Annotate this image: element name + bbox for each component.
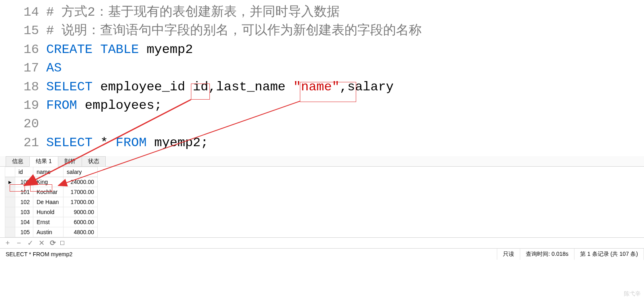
code-content[interactable] — [46, 115, 644, 133]
code-line[interactable]: 19FROM employees; — [0, 96, 644, 115]
cell[interactable]: 17000.00 — [64, 197, 98, 207]
stop-icon[interactable] — [60, 241, 64, 245]
status-sql: SELECT * FROM myemp2 — [0, 249, 497, 260]
tab-剖析[interactable]: 剖析 — [58, 156, 82, 166]
code-content[interactable]: CREATE TABLE myemp2 — [46, 41, 644, 59]
table-row[interactable]: ▶100King24000.00 — [5, 177, 98, 187]
code-content[interactable]: # 说明：查询语句中字段的别名，可以作为新创建表的字段的名称 — [46, 22, 644, 40]
line-number: 16 — [0, 41, 46, 59]
code-content[interactable]: FROM employees; — [46, 96, 644, 115]
cell[interactable]: 24000.00 — [64, 177, 98, 187]
table-row[interactable]: 103Hunold9000.00 — [5, 207, 98, 217]
cell[interactable]: 17000.00 — [64, 187, 98, 197]
cell[interactable]: 9000.00 — [64, 207, 98, 217]
tab-状态[interactable]: 状态 — [82, 156, 106, 166]
cell[interactable]: 105 — [15, 227, 33, 237]
cell[interactable]: Ernst — [33, 217, 64, 227]
status-readonly: 只读 — [497, 249, 520, 260]
cell[interactable]: 102 — [15, 197, 33, 207]
cell[interactable]: 104 — [15, 217, 33, 227]
cell[interactable]: 6000.00 — [64, 217, 98, 227]
code-content[interactable]: AS — [46, 59, 644, 78]
tab-信息[interactable]: 信息 — [6, 156, 30, 166]
row-selector[interactable] — [5, 207, 15, 217]
code-content[interactable]: SELECT * FROM myemp2; — [46, 134, 644, 152]
grid-toolbar: + − ✓ ✕ ⟳ — [0, 237, 644, 249]
column-header-salary[interactable]: salary — [64, 167, 98, 177]
code-content[interactable]: # 方式2：基于现有的表创建新表，并同时导入数据 — [46, 3, 644, 22]
line-number: 17 — [0, 59, 46, 78]
row-selector[interactable] — [5, 187, 15, 197]
add-row-button[interactable]: + — [4, 239, 11, 247]
cell[interactable]: Austin — [33, 227, 64, 237]
column-header-id[interactable]: id — [15, 167, 33, 177]
sql-editor[interactable]: 14# 方式2：基于现有的表创建新表，并同时导入数据15# 说明：查询语句中字段… — [0, 0, 644, 152]
table-row[interactable]: 101Kochhar17000.00 — [5, 187, 98, 197]
code-line[interactable]: 20 — [0, 115, 644, 133]
line-number: 19 — [0, 96, 46, 115]
code-line[interactable]: 14# 方式2：基于现有的表创建新表，并同时导入数据 — [0, 3, 644, 22]
code-content[interactable]: SELECT employee_id id,last_name "name",s… — [46, 78, 644, 96]
watermark: 陈弋辛 — [624, 290, 641, 298]
line-number: 14 — [0, 3, 46, 22]
code-line[interactable]: 17AS — [0, 59, 644, 78]
status-querytime: 查询时间: 0.018s — [520, 249, 574, 260]
result-grid[interactable]: idnamesalary▶100King24000.00101Kochhar17… — [5, 167, 98, 237]
line-number: 15 — [0, 22, 46, 40]
table-row[interactable]: 104Ernst6000.00 — [5, 217, 98, 227]
code-line[interactable]: 15# 说明：查询语句中字段的别名，可以作为新创建表的字段的名称 — [0, 22, 644, 40]
row-selector[interactable] — [5, 217, 15, 227]
tab-结果 1[interactable]: 结果 1 — [29, 156, 58, 167]
cell[interactable]: King — [33, 177, 64, 187]
refresh-button[interactable]: ⟳ — [49, 239, 56, 247]
cell[interactable]: 101 — [15, 187, 33, 197]
cell[interactable]: Hunold — [33, 207, 64, 217]
line-number: 21 — [0, 134, 46, 152]
status-record: 第 1 条记录 (共 107 条) — [574, 249, 644, 260]
code-line[interactable]: 21SELECT * FROM myemp2; — [0, 134, 644, 152]
row-selector[interactable]: ▶ — [5, 177, 15, 187]
code-line[interactable]: 16CREATE TABLE myemp2 — [0, 41, 644, 59]
table-row[interactable]: 105Austin4800.00 — [5, 227, 98, 237]
column-header-name[interactable]: name — [33, 167, 64, 177]
result-tabs: 信息结果 1剖析状态 — [0, 156, 644, 167]
cell[interactable]: 103 — [15, 207, 33, 217]
remove-row-button[interactable]: − — [15, 239, 23, 247]
table-row[interactable]: 102De Haan17000.00 — [5, 197, 98, 207]
row-selector[interactable] — [5, 197, 15, 207]
line-number: 18 — [0, 78, 46, 96]
cell[interactable]: 4800.00 — [64, 227, 98, 237]
row-selector[interactable] — [5, 227, 15, 237]
cell[interactable]: 100 — [15, 177, 33, 187]
cell[interactable]: De Haan — [33, 197, 64, 207]
cell[interactable]: Kochhar — [33, 187, 64, 197]
line-number: 20 — [0, 115, 46, 133]
cancel-button[interactable]: ✕ — [38, 239, 45, 247]
status-bar: SELECT * FROM myemp2 只读 查询时间: 0.018s 第 1… — [0, 249, 644, 260]
code-line[interactable]: 18SELECT employee_id id,last_name "name"… — [0, 78, 644, 96]
row-selector-header — [5, 167, 15, 177]
apply-button[interactable]: ✓ — [27, 239, 34, 247]
